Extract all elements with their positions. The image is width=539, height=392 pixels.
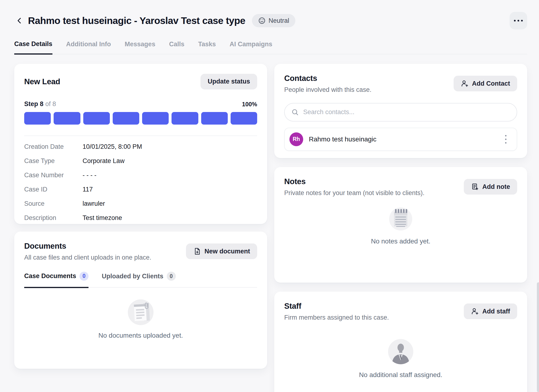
tab-messages[interactable]: Messages — [125, 40, 155, 54]
chevron-left-icon — [15, 16, 24, 25]
documents-title: Documents — [24, 242, 151, 251]
header: Rahmo test huseinagic - Yaroslav Test ca… — [14, 12, 527, 29]
tab-case-documents[interactable]: Case Documents 0 — [24, 272, 88, 288]
step-of: of 8 — [45, 100, 56, 107]
search-contacts-input[interactable] — [303, 108, 510, 116]
step-label: Step 8 — [24, 100, 43, 107]
add-staff-button[interactable]: Add staff — [464, 304, 517, 319]
tab-calls[interactable]: Calls — [169, 40, 185, 54]
update-status-button[interactable]: Update status — [201, 74, 257, 89]
notes-title: Notes — [284, 177, 424, 186]
staff-subtitle: Firm members assigned to this case. — [284, 314, 389, 321]
contact-name: Rahmo test huseinagic — [309, 136, 376, 143]
progress-segment — [172, 112, 198, 125]
step-percent: 100% — [242, 101, 257, 108]
staff-title: Staff — [284, 302, 389, 311]
left-column: New Lead Update status Step 8of 8 100% — [14, 64, 267, 369]
step-row: Step 8of 8 100% — [24, 100, 257, 108]
status-title: New Lead — [24, 77, 60, 86]
documents-card: Documents All case files and client uplo… — [14, 232, 267, 369]
divider — [24, 136, 257, 136]
status-card: New Lead Update status Step 8of 8 100% — [14, 64, 267, 224]
contacts-card: Contacts People involved with this case.… — [274, 64, 527, 158]
page-title: Rahmo test huseinagic - Yaroslav Test ca… — [28, 15, 245, 26]
sentiment-label: Neutral — [269, 17, 289, 24]
more-button[interactable] — [510, 12, 527, 29]
detail-row-case-number: Case Number - - - - — [24, 168, 257, 183]
search-icon — [291, 108, 299, 116]
case-documents-count: 0 — [79, 272, 88, 281]
documents-empty-text: No documents uploaded yet. — [98, 332, 183, 339]
new-document-button[interactable]: New document — [186, 243, 257, 259]
add-contact-button[interactable]: Add Contact — [454, 76, 517, 91]
progress-segment — [54, 112, 80, 125]
tab-ai-campaigns[interactable]: AI Campaigns — [230, 40, 272, 54]
contacts-search — [284, 103, 517, 121]
tab-case-details[interactable]: Case Details — [14, 40, 53, 55]
right-column: Contacts People involved with this case.… — [274, 64, 527, 392]
progress-segment — [113, 112, 139, 125]
neutral-face-icon — [258, 17, 266, 24]
user-plus-icon — [471, 307, 479, 315]
contacts-subtitle: People involved with this case. — [284, 86, 371, 93]
notes-empty-state: No notes added yet. — [284, 205, 517, 245]
tab-tasks[interactable]: Tasks — [198, 40, 216, 54]
user-plus-icon — [461, 79, 469, 87]
notepad-illustration — [387, 205, 414, 232]
detail-row-case-type: Case Type Corporate Law — [24, 154, 257, 168]
contact-menu-button[interactable] — [500, 133, 511, 146]
contact-row[interactable]: Rh Rahmo test huseinagic — [284, 128, 517, 151]
staff-card: Staff Firm members assigned to this case… — [274, 292, 527, 392]
uploaded-by-clients-count: 0 — [167, 272, 176, 281]
progress-segment — [231, 112, 257, 125]
detail-row-source: Source lawruler — [24, 197, 257, 211]
staff-empty-state: No additional staff assigned. — [284, 338, 517, 379]
tab-additional-info[interactable]: Additional Info — [66, 40, 111, 54]
contacts-title: Contacts — [284, 74, 371, 83]
progress-segment — [83, 112, 110, 125]
staff-empty-text: No additional staff assigned. — [359, 371, 442, 379]
detail-row-creation-date: Creation Date 10/01/2025, 8:00 PM — [24, 140, 257, 154]
ellipsis-icon — [513, 19, 524, 22]
progress-bar — [24, 112, 257, 125]
add-note-button[interactable]: Add note — [464, 179, 517, 195]
progress-segment — [142, 112, 169, 125]
progress-segment — [24, 112, 51, 125]
tab-uploaded-by-clients[interactable]: Uploaded by Clients 0 — [102, 272, 176, 287]
case-page: Rahmo test huseinagic - Yaroslav Test ca… — [0, 12, 539, 392]
note-plus-icon — [471, 183, 479, 191]
detail-row-case-id: Case ID 117 — [24, 183, 257, 197]
contact-avatar: Rh — [289, 132, 303, 146]
progress-segment — [201, 112, 228, 125]
person-illustration — [387, 338, 414, 365]
documents-subtitle: All case files and client uploads in one… — [24, 254, 151, 261]
detail-row-description: Description Test timezone — [24, 211, 257, 225]
case-details-list: Creation Date 10/01/2025, 8:00 PM Case T… — [24, 140, 257, 225]
notes-empty-text: No notes added yet. — [371, 237, 431, 245]
notes-subtitle: Private notes for your team (not visible… — [284, 189, 424, 197]
tab-bar: Case Details Additional Info Messages Ca… — [14, 40, 527, 54]
file-plus-icon — [193, 247, 201, 255]
sentiment-badge: Neutral — [252, 14, 295, 27]
scrollbar-thumb[interactable] — [537, 282, 539, 392]
document-paperclip-illustration — [127, 299, 154, 326]
documents-empty-state: No documents uploaded yet. — [24, 299, 257, 339]
back-button[interactable] — [14, 15, 25, 26]
kebab-icon — [505, 134, 507, 144]
documents-tab-bar: Case Documents 0 Uploaded by Clients 0 — [24, 272, 257, 288]
notes-card: Notes Private notes for your team (not v… — [274, 167, 527, 283]
